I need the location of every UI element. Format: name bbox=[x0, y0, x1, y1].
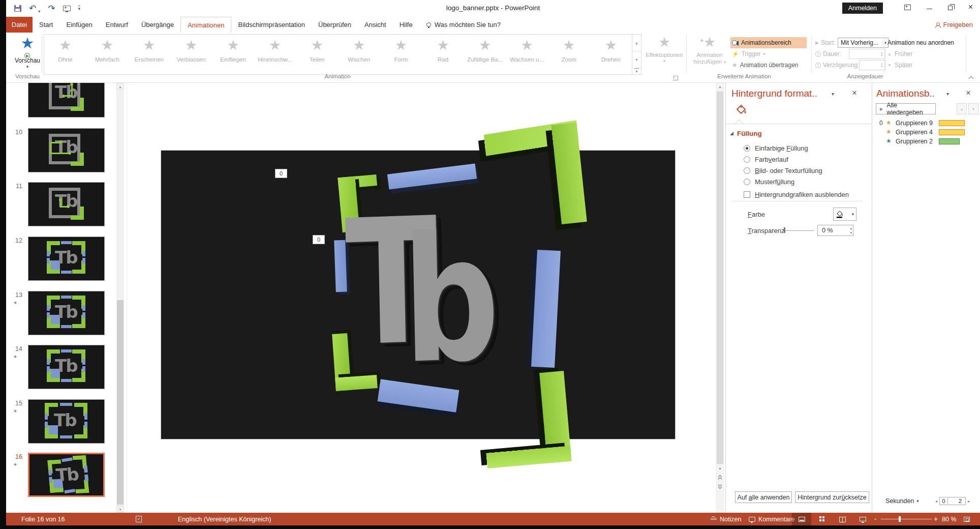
color-picker-button[interactable] bbox=[833, 208, 856, 221]
tab-bildschirmpraesentation[interactable]: Bildschirmpräsentation bbox=[231, 17, 312, 33]
gallery-item-verblassen[interactable]: Verblassen bbox=[170, 35, 212, 74]
timeline-scale[interactable]: 0 · 2 bbox=[935, 497, 970, 505]
zoom-out-button[interactable]: - bbox=[874, 513, 877, 525]
logo-green-corner-top-right[interactable] bbox=[483, 123, 587, 231]
view-reading-button[interactable] bbox=[833, 513, 852, 525]
tab-ansicht[interactable]: Ansicht bbox=[358, 17, 393, 33]
gallery-scroll-down-icon[interactable] bbox=[632, 51, 641, 68]
thumbnail-slide-14[interactable]: Tb bbox=[28, 345, 105, 389]
gallery-item-erscheinen[interactable]: Erscheinen bbox=[128, 35, 170, 74]
panel-options-dropdown-icon[interactable] bbox=[832, 91, 834, 97]
checkbox[interactable] bbox=[744, 191, 750, 198]
tab-einfuegen[interactable]: Einfügen bbox=[59, 17, 99, 33]
tell-me-box[interactable]: Was möchten Sie tun? bbox=[426, 17, 501, 33]
collapse-ribbon-icon[interactable] bbox=[969, 75, 974, 80]
zoom-level[interactable]: 80 % bbox=[942, 513, 957, 525]
timing-bar[interactable] bbox=[939, 129, 965, 135]
animation-sequence-badge[interactable]: 0 bbox=[275, 169, 287, 178]
scroll-up-icon[interactable] bbox=[116, 83, 124, 90]
zoom-slider-thumb[interactable] bbox=[899, 516, 901, 522]
effect-options-button[interactable]: Effektoptionen bbox=[645, 35, 684, 64]
start-combo[interactable]: Mit Vorherig... bbox=[838, 38, 889, 48]
gallery-item-zoom[interactable]: Zoom bbox=[548, 35, 590, 74]
view-normal-button[interactable] bbox=[792, 513, 811, 525]
animation-painter-button[interactable]: Animation übertragen bbox=[732, 60, 809, 71]
apply-to-all-button[interactable]: Auf alle anwenden bbox=[735, 491, 792, 503]
radio-selected[interactable] bbox=[744, 145, 750, 152]
thumbnail-slide-13[interactable]: Tb bbox=[28, 291, 105, 335]
tab-entwurf[interactable]: Entwurf bbox=[99, 17, 135, 33]
gallery-item-wischen[interactable]: Wischen bbox=[338, 35, 380, 74]
option-picture-fill[interactable]: Bild- oder Texturfüllung bbox=[744, 167, 822, 174]
gallery-item-wachsen[interactable]: Wachsen u... bbox=[506, 35, 548, 74]
move-later-button[interactable]: Später bbox=[887, 60, 954, 71]
delay-spinner[interactable] bbox=[859, 60, 885, 70]
view-slideshow-button[interactable] bbox=[853, 513, 872, 525]
logo-letter-b[interactable]: b bbox=[401, 212, 501, 388]
animation-item[interactable]: 0 Gruppieren 9 bbox=[872, 119, 980, 128]
seconds-dropdown[interactable]: Sekunden bbox=[885, 497, 919, 505]
gallery-item-mehrfach[interactable]: Mehrfach bbox=[86, 35, 129, 74]
tab-uebergaenge[interactable]: Übergänge bbox=[135, 17, 180, 33]
scrollbar-thumb[interactable] bbox=[717, 92, 723, 464]
transparency-slider-thumb[interactable] bbox=[784, 227, 785, 233]
thumbnail-scrollbar[interactable] bbox=[116, 83, 124, 513]
panel-close-icon[interactable] bbox=[966, 88, 971, 98]
thumbnail-slide-9[interactable]: Tb bbox=[28, 83, 105, 117]
gallery-item-hineinschweben[interactable]: Hineinschw... bbox=[254, 35, 296, 74]
gallery-item-teilen[interactable]: Teilen bbox=[296, 35, 338, 74]
minimize-icon[interactable] bbox=[927, 9, 932, 9]
comments-toggle[interactable]: Kommentare bbox=[749, 513, 795, 525]
thumbnail-slide-12[interactable]: Tb bbox=[28, 237, 105, 281]
option-pattern-fill[interactable]: Musterfüllung bbox=[744, 178, 794, 186]
sign-in-button[interactable]: Anmelden bbox=[842, 3, 883, 14]
fill-bucket-icon[interactable] bbox=[734, 104, 747, 117]
thumbnail-slide-15[interactable]: Tb bbox=[28, 399, 105, 444]
slide-counter[interactable]: Folie 16 von 16 bbox=[21, 513, 65, 525]
previous-slide-button[interactable] bbox=[717, 474, 723, 481]
thumbnail-slide-10[interactable]: Tb bbox=[28, 128, 105, 172]
animation-item[interactable]: Gruppieren 4 bbox=[872, 128, 980, 137]
dialog-launcher-icon[interactable] bbox=[673, 75, 678, 80]
panel-close-icon[interactable] bbox=[852, 88, 857, 98]
option-hide-background[interactable]: Hintergrundgrafiken ausblenden bbox=[744, 191, 849, 198]
timing-bar[interactable] bbox=[939, 138, 960, 144]
scroll-down-icon[interactable] bbox=[716, 465, 724, 473]
move-earlier-button[interactable]: Früher bbox=[887, 48, 954, 60]
tab-animationen[interactable]: Animationen bbox=[180, 17, 231, 33]
move-down-button[interactable] bbox=[968, 103, 978, 114]
radio[interactable] bbox=[744, 179, 750, 185]
gallery-item-ohne[interactable]: Ohne bbox=[44, 35, 86, 74]
timing-bar[interactable] bbox=[939, 120, 965, 126]
slide-16-editor[interactable]: 0 0 bbox=[161, 150, 676, 439]
duration-spinner[interactable] bbox=[849, 49, 885, 59]
option-gradient-fill[interactable]: Farbverlauf bbox=[744, 156, 788, 163]
view-slide-sorter-button[interactable] bbox=[812, 513, 832, 525]
preview-button[interactable]: Vorschau bbox=[13, 35, 42, 73]
gallery-item-drehen[interactable]: Drehen bbox=[590, 35, 632, 74]
tab-hilfe[interactable]: Hilfe bbox=[393, 17, 419, 33]
zoom-slider-track[interactable] bbox=[881, 519, 932, 519]
play-all-button[interactable]: Alle wiedergeben bbox=[876, 103, 936, 114]
trigger-button[interactable]: Trigger bbox=[732, 48, 809, 60]
restore-icon[interactable] bbox=[948, 6, 953, 10]
panel-options-dropdown-icon[interactable] bbox=[946, 91, 949, 97]
radio[interactable] bbox=[744, 167, 750, 174]
thumbnail-slide-11[interactable]: Tb bbox=[28, 182, 105, 226]
tab-start[interactable]: Start bbox=[33, 17, 59, 33]
gallery-item-zufaellige-balken[interactable]: Zufällige Ba... bbox=[464, 35, 506, 74]
radio[interactable] bbox=[744, 156, 750, 163]
close-icon[interactable] bbox=[968, 4, 973, 11]
tab-datei[interactable]: Datei bbox=[6, 17, 33, 33]
scroll-up-icon[interactable] bbox=[716, 83, 724, 91]
scroll-down-icon[interactable] bbox=[116, 506, 124, 512]
zoom-in-button[interactable]: + bbox=[934, 513, 938, 525]
gallery-scroll-up-icon[interactable] bbox=[632, 35, 641, 51]
reset-background-button[interactable]: Hintergrund zurücksetze bbox=[795, 491, 869, 503]
gallery-item-rad[interactable]: Rad bbox=[422, 35, 464, 74]
scale-left-icon[interactable] bbox=[935, 499, 937, 504]
canvas-scrollbar[interactable] bbox=[716, 83, 724, 513]
scrollbar-thumb[interactable] bbox=[117, 300, 124, 505]
animation-pane-button[interactable]: Animationsbereich bbox=[730, 37, 807, 48]
animation-item[interactable]: Gruppieren 2 bbox=[872, 137, 980, 146]
